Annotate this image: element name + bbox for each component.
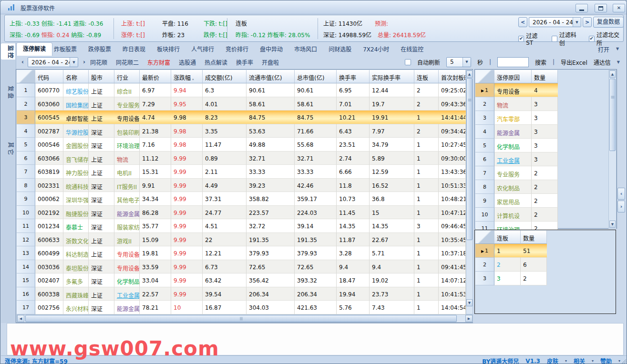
main-table-row[interactable]: 14003036泰坦股份深证专用设备33.599.996.7372.6572.6… bbox=[17, 260, 466, 274]
lianban-table-row[interactable]: 226 bbox=[475, 258, 547, 272]
chevron-down-icon[interactable]: ▾ bbox=[618, 359, 620, 363]
main-vertical-scrollbar[interactable]: ▲ ▼ bbox=[466, 70, 473, 314]
tab-人气排行[interactable]: 人气排行 bbox=[191, 45, 214, 53]
toolbar-date-next[interactable]: › bbox=[80, 57, 88, 67]
replay-data-button[interactable]: 复盘数据 bbox=[593, 17, 624, 28]
column-header-总市值(亿)[interactable]: 总市值(亿) bbox=[295, 70, 337, 83]
corner-cell[interactable] bbox=[17, 70, 35, 83]
tab-盘中异动[interactable]: 盘中异动 bbox=[260, 45, 283, 53]
column-header-涨停原因[interactable]: 涨停原因 bbox=[494, 70, 532, 83]
column-header-连板[interactable]: 连板 bbox=[494, 231, 521, 244]
main-table-row[interactable]: 3600545卓郎智能上证专用设备4.749.988.2384.7584.751… bbox=[17, 111, 466, 124]
reason-table-row[interactable]: 6工业金属3 bbox=[475, 152, 558, 166]
auto-refresh-checkbox[interactable] bbox=[405, 59, 411, 65]
tab-竞价排行[interactable]: 竞价排行 bbox=[226, 45, 248, 53]
column-header-涨跌幅[interactable]: 涨跌幅▴ bbox=[171, 70, 203, 83]
column-header-流通市值(亿)[interactable]: 流通市值(亿) bbox=[247, 70, 295, 83]
skin-menu[interactable]: 皮肤 bbox=[547, 357, 558, 364]
chevron-down-icon[interactable]: ▼ bbox=[463, 58, 471, 67]
column-header-连板[interactable]: 连板 bbox=[414, 70, 439, 83]
main-table-row[interactable]: 9000062深圳华强深证其他电子34.349.9937.31358.82359… bbox=[17, 192, 466, 206]
reason-table-row[interactable]: ▶1专用设备4 bbox=[475, 83, 558, 97]
column-header-股市[interactable]: 股市 bbox=[89, 70, 114, 83]
reason-table-row[interactable]: 9家居用品2 bbox=[475, 194, 558, 208]
main-table-row[interactable]: 7603819神力股份上证电机II15.319.992.1133.3333.33… bbox=[17, 165, 466, 179]
main-table-row[interactable]: 6603066音飞储存上证物流11.129.990.8932.7132.712.… bbox=[17, 152, 466, 165]
side-tab-复盘[interactable]: 复盘 bbox=[1, 81, 15, 103]
scroll-thumb[interactable] bbox=[25, 315, 457, 322]
main-table-row[interactable]: 13600499科达制造上证专用设备19.819.9912.21379.9337… bbox=[17, 246, 466, 260]
reason-table-row[interactable]: 10计算机设2 bbox=[475, 208, 558, 222]
close-button[interactable]: ✕ bbox=[613, 4, 625, 12]
related-menu[interactable]: 相关 bbox=[574, 357, 585, 364]
tab-问财选股[interactable]: 问财选股 bbox=[329, 45, 351, 53]
chevron-down-icon[interactable]: ▼ bbox=[573, 18, 581, 27]
scroll-up-icon[interactable]: ▲ bbox=[466, 71, 473, 78]
chevron-down-icon[interactable]: ▼ bbox=[616, 47, 619, 51]
side-tab-其它[interactable]: 其它 bbox=[1, 137, 15, 160]
main-table-row[interactable]: 16600338西藏珠峰上证工业金属22.579.9939.54206.3420… bbox=[17, 287, 466, 301]
chevron-down-icon[interactable]: ▼ bbox=[70, 58, 78, 67]
reason-table-row[interactable]: 4能源金属3 bbox=[475, 125, 558, 139]
source-link-东方财富[interactable]: 东方财富 bbox=[147, 58, 170, 66]
reason-table-row[interactable]: 2物流3 bbox=[475, 97, 558, 111]
main-table-row[interactable]: 12600633浙数文化上证游戏II15.099.9922191.35191.3… bbox=[17, 233, 466, 247]
chevron-down-icon[interactable]: ▾ bbox=[565, 359, 567, 363]
source-link-换手率[interactable]: 换手率 bbox=[236, 58, 253, 66]
reason-table-row[interactable]: 5化学制品3 bbox=[475, 139, 558, 152]
tab-昨日表现[interactable]: 昨日表现 bbox=[123, 45, 145, 53]
tab-市场风口[interactable]: 市场风口 bbox=[294, 45, 317, 53]
side-tab-监控[interactable]: 监控 bbox=[1, 43, 15, 60]
main-table-row[interactable]: 10002192融捷股份深证能源金属86.289.9924.77223.5722… bbox=[17, 206, 466, 220]
date-combobox[interactable]: 2026 - 04 - 24▼ bbox=[529, 17, 581, 27]
main-horizontal-scrollbar[interactable]: ◀ ▶ bbox=[17, 314, 473, 323]
tab-跌停股票[interactable]: 跌停股票 bbox=[88, 45, 111, 53]
column-header-实际换手率[interactable]: 实际换手率 bbox=[370, 70, 414, 83]
main-table-row[interactable]: 4002787华源控股深证包装印刷21.389.983.3553.6371.66… bbox=[17, 124, 466, 138]
scroll-right-icon[interactable]: ▶ bbox=[465, 315, 473, 322]
minimize-button[interactable] bbox=[576, 4, 588, 12]
checkbox[interactable] bbox=[552, 36, 557, 42]
tab-limit-up-analysis-active[interactable]: 涨停解读 bbox=[16, 42, 52, 56]
main-table-row[interactable]: 8002331皖通科技深证IT服务II9.919.994.4939.2342.4… bbox=[17, 179, 466, 192]
toolbar-date-combobox[interactable]: 2026 - 04 - 24▼ bbox=[28, 57, 78, 67]
column-header-名称[interactable]: 名称 bbox=[63, 70, 89, 83]
checkbox[interactable]: ✔ bbox=[589, 36, 595, 42]
toolbar-date-prev[interactable]: ‹ bbox=[19, 57, 27, 67]
column-header-数量[interactable]: 数量 bbox=[521, 231, 547, 244]
scroll-thumb[interactable] bbox=[466, 78, 473, 240]
tab-板块排行[interactable]: 板块排行 bbox=[157, 45, 180, 53]
tab-在线监控[interactable]: 在线监控 bbox=[401, 45, 423, 53]
resize-grip[interactable] bbox=[621, 359, 626, 364]
scroll-thumb[interactable] bbox=[609, 79, 616, 151]
column-header-最新价[interactable]: 最新价 bbox=[140, 70, 171, 83]
main-table-row[interactable]: 11001234泰慕士深证服装家纺35.779.994.5132.7239.14… bbox=[17, 219, 466, 233]
scroll-down-icon[interactable]: ▼ bbox=[466, 299, 473, 306]
source-link-热点解读[interactable]: 热点解读 bbox=[205, 58, 227, 66]
column-header-首次封板时[interactable]: 首次封板时 bbox=[439, 70, 466, 83]
maximize-button[interactable] bbox=[595, 4, 607, 12]
scroll-down-icon[interactable]: ▼ bbox=[609, 221, 616, 228]
main-table-row[interactable]: 17002756永兴材料深证能源金属78.211016.87304.03421.… bbox=[17, 301, 466, 314]
date-next-button[interactable]: > bbox=[583, 17, 592, 27]
tab-炸板股票[interactable]: 炸板股票 bbox=[54, 45, 77, 53]
source-link-同花顺二[interactable]: 同花顺二 bbox=[116, 58, 139, 66]
reason-table-row[interactable]: 8农化制品2 bbox=[475, 180, 558, 194]
reason-vertical-scrollbar[interactable]: ▲ ▼ bbox=[608, 70, 617, 229]
corner-cell[interactable] bbox=[475, 231, 494, 244]
column-header-代码[interactable]: 代码 bbox=[35, 70, 63, 83]
open-button[interactable]: 打开 bbox=[598, 45, 609, 53]
lianban-table-row[interactable]: 332 bbox=[475, 272, 547, 285]
date-prev-button[interactable]: < bbox=[518, 17, 527, 27]
search-button[interactable]: 搜索 bbox=[535, 58, 546, 66]
chevron-down-icon[interactable]: ▾ bbox=[592, 359, 594, 363]
scroll-up-icon[interactable]: ▲ bbox=[609, 71, 616, 78]
main-table-row[interactable]: 15002407多氟多深证化学制品33.049.9963.42356.42393… bbox=[17, 273, 466, 287]
source-link-选股通[interactable]: 选股通 bbox=[179, 58, 196, 66]
main-table-row[interactable]: 5000546金圆股份深证环境治理7.169.9811.4749.8855.68… bbox=[17, 138, 466, 152]
scroll-left-icon[interactable]: ◀ bbox=[17, 315, 24, 322]
panel-expand-right-button[interactable]: › bbox=[617, 201, 625, 212]
lianban-table-row[interactable]: ▶1151 bbox=[475, 244, 547, 258]
source-link-同花顺[interactable]: 同花顺 bbox=[90, 58, 107, 66]
column-header-换手率[interactable]: 换手率 bbox=[337, 70, 370, 83]
